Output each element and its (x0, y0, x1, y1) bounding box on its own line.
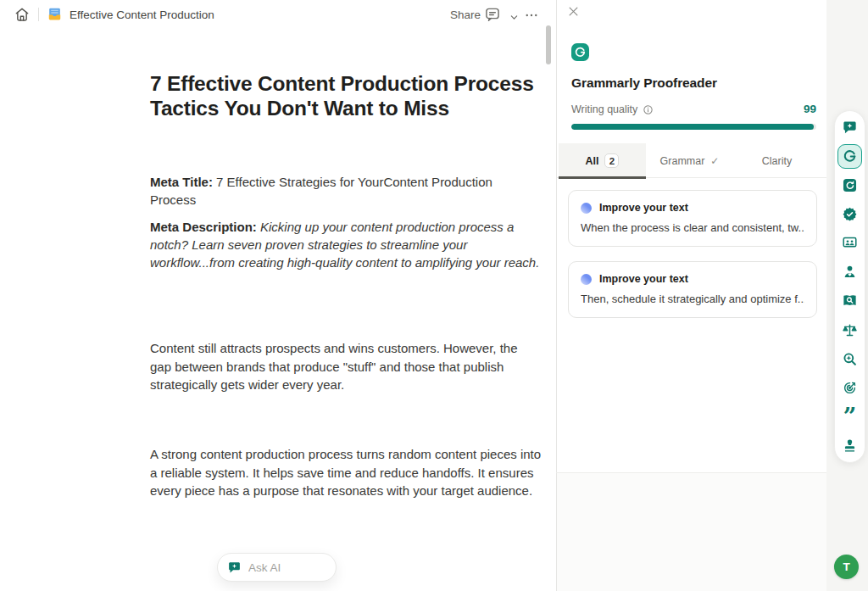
user-avatar[interactable]: T (834, 555, 859, 579)
chevron-down-icon[interactable] (509, 10, 519, 20)
ai-chat-sparkle-icon (227, 560, 242, 575)
suggestion-card-header: Improve your text (581, 273, 804, 285)
more-options-icon[interactable] (524, 8, 539, 21)
grammarly-side-toolbar: ” (834, 110, 865, 463)
scales-icon[interactable] (837, 318, 862, 343)
home-icon[interactable] (14, 6, 31, 23)
topbar-divider (38, 8, 39, 21)
quality-progress-fill (571, 124, 814, 130)
person-heart-icon[interactable] (837, 259, 862, 284)
screen-people-icon[interactable] (837, 231, 862, 255)
doc-scrollbar-thumb[interactable] (546, 25, 551, 64)
suggestion-title: Improve your text (599, 273, 688, 285)
suggestion-preview: When the process is clear and consistent… (581, 221, 804, 234)
search-sparkle-icon[interactable] (837, 347, 862, 371)
ask-ai-bar[interactable] (217, 553, 337, 582)
quality-progress-track (571, 124, 816, 130)
app-window: Effective Content Production Share 7 Eff… (0, 0, 868, 591)
ask-ai-input[interactable] (248, 561, 325, 574)
writing-quality-row: Writing quality 99 (571, 103, 816, 115)
share-button[interactable]: Share (450, 8, 481, 21)
meta-description-label: Meta Description: (150, 220, 257, 234)
tab-clarity-label: Clarity (762, 155, 792, 167)
suggestion-tabs: All 2 Grammar ✓ Clarity (557, 143, 827, 178)
tab-grammar[interactable]: Grammar ✓ (646, 143, 733, 178)
suggestion-card[interactable]: Improve your text Then, schedule it stra… (568, 261, 817, 318)
suggestion-card-header: Improve your text (581, 202, 804, 214)
document-emoji-icon (47, 6, 63, 22)
stamp-icon[interactable] (837, 433, 862, 458)
comments-icon[interactable] (484, 6, 501, 23)
quote-glyph: ” (843, 409, 857, 425)
tab-all[interactable]: All 2 (559, 143, 646, 178)
suggestion-dot-icon (581, 203, 592, 214)
tab-all-label: All (586, 155, 599, 167)
quality-score: 99 (804, 103, 816, 115)
chat-sparkle-icon[interactable] (837, 115, 862, 140)
check-icon: ✓ (710, 155, 719, 167)
grammarly-logo-icon (571, 43, 589, 61)
tab-grammar-label: Grammar (660, 155, 705, 167)
tab-clarity[interactable]: Clarity (733, 143, 821, 178)
info-icon[interactable] (643, 103, 654, 114)
body-paragraph-1: Content still attracts prospects and win… (150, 339, 542, 393)
document-editor[interactable]: 7 Effective Content Production Process T… (150, 71, 542, 499)
suggestion-card[interactable]: Improve your text When the process is cl… (568, 190, 817, 247)
suggestion-title: Improve your text (599, 202, 688, 214)
panel-below-area (557, 473, 826, 591)
meta-description-paragraph: Meta Description: Kicking up your conten… (150, 218, 542, 272)
close-icon[interactable] (567, 5, 580, 18)
doc-topbar: Effective Content Production Share (0, 0, 556, 29)
book-search-icon[interactable] (837, 288, 862, 313)
meta-title-paragraph: Meta Title: 7 Effective Strategies for Y… (150, 173, 542, 209)
grammarly-g-icon[interactable] (837, 144, 862, 169)
writing-quality-label: Writing quality (571, 103, 637, 115)
body-paragraph-2: A strong content production process turn… (150, 445, 542, 499)
doc-title[interactable]: Effective Content Production (70, 8, 214, 21)
meta-title-label: Meta Title: (150, 175, 213, 189)
quotation-marks-icon[interactable]: ” (837, 404, 862, 429)
redo-square-icon[interactable] (837, 173, 862, 198)
badge-check-icon[interactable] (837, 202, 862, 226)
tab-all-count-badge: 2 (604, 153, 619, 168)
suggestion-dot-icon (581, 274, 592, 285)
target-arrow-icon[interactable] (837, 376, 862, 400)
suggestion-preview: Then, schedule it strategically and opti… (581, 293, 804, 305)
panel-title: Grammarly Proofreader (571, 75, 717, 91)
doc-heading: 7 Effective Content Production Process T… (150, 71, 542, 120)
suggestion-list: Improve your text When the process is cl… (568, 190, 817, 318)
